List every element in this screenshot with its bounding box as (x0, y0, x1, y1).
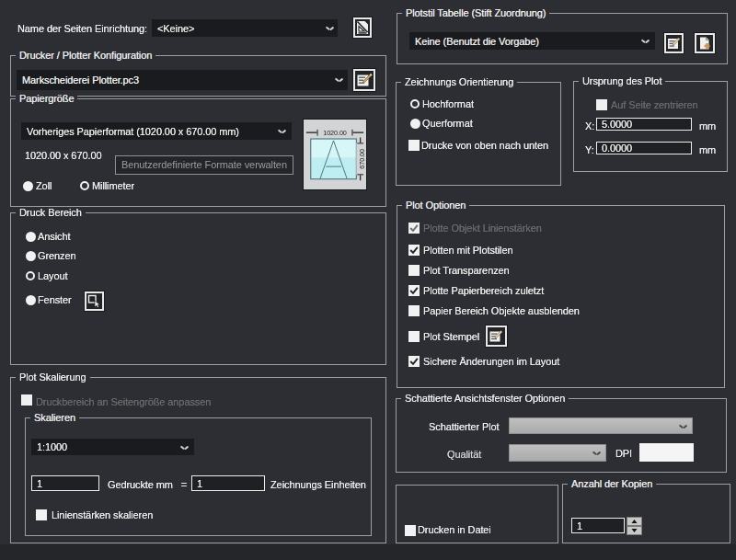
svg-text:670.00: 670.00 (358, 149, 366, 169)
svg-text:1020.00: 1020.00 (323, 129, 347, 137)
